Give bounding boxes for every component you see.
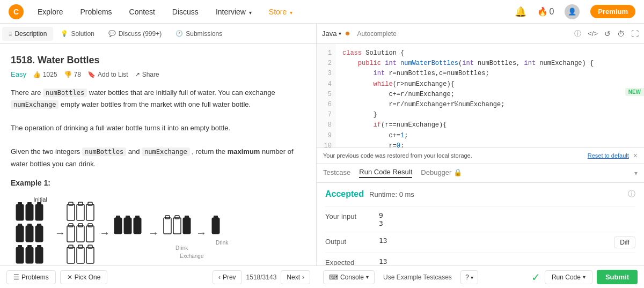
- svg-rect-50: [173, 218, 181, 234]
- svg-rect-17: [26, 247, 33, 263]
- expand-console-icon[interactable]: ▾: [634, 169, 638, 177]
- svg-rect-16: [18, 245, 22, 248]
- description-icon: ≡: [9, 31, 12, 37]
- autocomplete-label: Autocomplete: [357, 30, 396, 38]
- diff-button[interactable]: Diff: [614, 237, 635, 248]
- svg-rect-49: [165, 216, 170, 219]
- prev-label: Prev: [223, 274, 236, 281]
- reset-default-link[interactable]: Reset to default: [588, 152, 629, 159]
- left-tabs: ≡ Description 💡 Solution 💬 Discuss (999+…: [0, 24, 316, 44]
- nav-problems[interactable]: Problems: [77, 5, 115, 18]
- console-button[interactable]: ⌨ Console ▾: [323, 270, 375, 284]
- svg-text:→: →: [148, 227, 159, 239]
- language-selector[interactable]: Java ▾: [322, 29, 341, 38]
- notification-bell-icon[interactable]: 🔔: [515, 6, 526, 18]
- undo-icon[interactable]: ↺: [604, 29, 611, 38]
- check-icon: ✓: [531, 271, 540, 284]
- runtime-text: Runtime: 0 ms: [369, 190, 414, 198]
- code-format-icon[interactable]: </>: [588, 29, 598, 38]
- right-panel: Java ▾ Autocomplete ⓘ </> ↺ ⏱ ⛶ 12345 67…: [317, 24, 644, 288]
- dislikes-button[interactable]: 👎 78: [64, 71, 81, 78]
- code-editor[interactable]: 12345 678910 11121314 class Solution { p…: [317, 44, 644, 147]
- console-dropdown-arrow: ▾: [366, 274, 369, 280]
- submit-button[interactable]: Submit: [597, 270, 638, 284]
- run-code-button[interactable]: Run Code ▾: [545, 270, 592, 284]
- settings-icon[interactable]: ⛶: [631, 29, 639, 38]
- nav-interview[interactable]: Interview ▾: [213, 5, 255, 18]
- new-badge: NEW: [625, 88, 644, 96]
- svg-rect-56: [212, 218, 219, 234]
- difficulty-badge: Easy: [11, 70, 26, 78]
- problems-button[interactable]: ☰ Problems: [6, 270, 56, 284]
- editor-tools: ⓘ </> ↺ ⏱ ⛶: [574, 29, 639, 39]
- svg-rect-22: [67, 204, 75, 220]
- pick-one-button[interactable]: ✕ Pick One: [60, 270, 108, 284]
- autocomplete-dot: [346, 32, 349, 35]
- svg-rect-31: [78, 224, 83, 227]
- streak-fire[interactable]: 🔥 0: [537, 6, 554, 17]
- streak-count: 0: [549, 7, 554, 17]
- problems-label: Problems: [21, 274, 49, 281]
- nav-store[interactable]: Store ▾: [266, 5, 296, 18]
- close-notice-icon[interactable]: ×: [633, 151, 638, 160]
- svg-rect-24: [77, 204, 84, 220]
- numExchange-inline-1: numExchange: [11, 100, 58, 109]
- svg-rect-10: [18, 224, 22, 227]
- use-example-button[interactable]: Use Example Testcases: [379, 271, 456, 284]
- svg-rect-14: [37, 224, 41, 227]
- solution-icon: 💡: [61, 30, 68, 37]
- tab-debugger[interactable]: Debugger 🔒: [421, 168, 462, 178]
- premium-button[interactable]: Premium: [590, 5, 635, 18]
- help-label: ?: [465, 274, 469, 281]
- svg-rect-9: [16, 226, 24, 242]
- tab-testcase[interactable]: Testcase: [323, 168, 350, 178]
- nav-contest[interactable]: Contest: [126, 5, 158, 18]
- svg-rect-13: [35, 226, 43, 242]
- tab-submissions[interactable]: 🕐 Submissions: [169, 27, 229, 41]
- user-avatar[interactable]: 👤: [565, 4, 580, 19]
- svg-rect-57: [214, 216, 218, 219]
- add-to-list-button[interactable]: 🔖 Add to List: [87, 71, 128, 78]
- tab-solution[interactable]: 💡 Solution: [54, 27, 100, 41]
- tab-discuss[interactable]: 💬 Discuss (999+): [102, 27, 168, 41]
- console-label: Console: [340, 274, 364, 281]
- store-dropdown-arrow: ▾: [290, 10, 292, 16]
- svg-rect-46: [135, 216, 140, 219]
- code-text: class Solution { public int numWaterBott…: [336, 44, 644, 147]
- svg-rect-34: [67, 247, 75, 263]
- tab-description[interactable]: ≡ Description: [2, 27, 53, 41]
- svg-rect-3: [16, 204, 24, 220]
- problem-meta: Easy 👍 1025 👎 78 🔖 Add to List ↗ Share: [11, 70, 305, 78]
- pick-one-icon: ✕: [67, 274, 72, 281]
- clock-icon[interactable]: ⏱: [617, 29, 625, 38]
- svg-rect-37: [78, 245, 83, 248]
- info-icon[interactable]: ⓘ: [574, 29, 581, 39]
- svg-rect-11: [26, 226, 33, 242]
- prev-button[interactable]: ‹ Prev: [213, 270, 242, 284]
- svg-rect-30: [77, 226, 84, 242]
- nav-discuss[interactable]: Discuss: [169, 5, 202, 18]
- svg-text:Drink: Drink: [216, 240, 229, 246]
- input-label: Your input: [325, 211, 368, 220]
- tab-solution-label: Solution: [71, 30, 94, 38]
- result-content: Accepted Runtime: 0 ms ⓘ Your input 93 O…: [317, 183, 644, 265]
- svg-text:Drink: Drink: [175, 245, 188, 251]
- tab-discuss-label: Discuss (999+): [119, 30, 162, 38]
- svg-rect-53: [185, 216, 189, 219]
- help-button[interactable]: ? ▾: [460, 270, 478, 284]
- share-button[interactable]: ↗ Share: [135, 71, 159, 78]
- result-info-icon[interactable]: ⓘ: [628, 189, 635, 199]
- console-area: Your previous code was restored from you…: [317, 147, 644, 265]
- accepted-text: Accepted: [325, 189, 364, 199]
- nav-explore[interactable]: Explore: [34, 5, 66, 18]
- problem-name: Water Bottles: [38, 55, 99, 65]
- logo[interactable]: C: [9, 4, 24, 19]
- likes-button[interactable]: 👍 1025: [33, 71, 57, 78]
- tab-run-code-result[interactable]: Run Code Result: [359, 168, 412, 178]
- top-nav: C Explore Problems Contest Discuss Inter…: [0, 0, 644, 24]
- svg-rect-20: [37, 245, 41, 248]
- main-layout: ≡ Description 💡 Solution 💬 Discuss (999+…: [0, 24, 644, 288]
- accepted-badge: Accepted Runtime: 0 ms ⓘ: [325, 189, 635, 199]
- next-button[interactable]: Next ›: [281, 270, 310, 284]
- input-value: 93: [379, 211, 635, 227]
